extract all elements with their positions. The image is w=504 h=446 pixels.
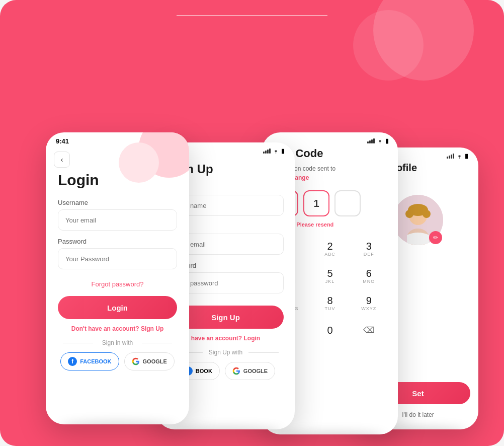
forgot-password-link[interactable]: Forgot password? (58, 280, 177, 288)
status-icons-4: ▮ (447, 153, 468, 160)
signup-prompt: Don't have an account? Sign Up (58, 325, 177, 332)
password-label: Password (58, 238, 177, 245)
num-key-0[interactable]: 0 (311, 317, 349, 343)
otp-box-2[interactable]: 1 (303, 190, 329, 216)
battery-icon-4: ▮ (465, 153, 468, 160)
facebook-label: FACEBOOK (80, 358, 111, 364)
signup-google-label: GOOGLE (243, 368, 268, 374)
status-icons-3: ▮ (367, 137, 389, 144)
num-key-3[interactable]: 3 DEF (350, 236, 388, 262)
username-label: Username (58, 199, 177, 206)
signal-icon-2 (263, 148, 271, 154)
signal-icon-3 (367, 138, 375, 143)
login-content: Login Username Password Forgot password?… (46, 172, 189, 370)
phones-wrapper: 9:41 ▮ ‹ (46, 42, 458, 424)
battery-icon-2: ▮ (281, 147, 285, 155)
wifi-icon-2 (273, 148, 279, 154)
phone-login: 9:41 ▮ ‹ (46, 132, 189, 424)
login-button[interactable]: Login (58, 296, 177, 319)
battery-icon-3: ▮ (385, 137, 389, 144)
signup-google-button[interactable]: GOOGLE (225, 362, 275, 380)
num-key-6[interactable]: 6 MNO (350, 263, 388, 289)
google-label: GOOGLE (143, 358, 167, 364)
back-button[interactable]: ‹ (54, 152, 70, 168)
social-buttons: f FACEBOOK GOOGLE (58, 352, 177, 370)
signin-with-divider: Sign in with (58, 339, 177, 346)
num-key-5[interactable]: 5 JKL (311, 263, 349, 289)
google-button[interactable]: GOOGLE (124, 352, 175, 370)
edit-avatar-icon[interactable]: ✏ (429, 231, 442, 244)
wifi-icon-3 (377, 138, 383, 143)
google-icon (132, 357, 140, 365)
facebook-button[interactable]: f FACEBOOK (60, 352, 119, 370)
svg-point-7 (419, 207, 427, 214)
status-time: 9:41 (56, 137, 69, 145)
svg-point-6 (409, 207, 416, 214)
num-key-9[interactable]: 9 WXYZ (350, 290, 388, 316)
login-title: Login (58, 172, 177, 189)
resend-link[interactable]: Please resend (296, 221, 333, 228)
username-input[interactable] (58, 209, 177, 231)
signup-google-icon (232, 367, 240, 375)
num-key-backspace[interactable]: ⌫ (350, 317, 388, 343)
signup-link[interactable]: Sign Up (141, 325, 163, 332)
num-key-8[interactable]: 8 TUV (311, 290, 349, 316)
top-line-decoration (177, 15, 327, 16)
password-input[interactable] (58, 248, 177, 269)
otp-box-3[interactable] (334, 190, 361, 216)
num-key-2[interactable]: 2 ABC (311, 236, 349, 262)
background: 9:41 ▮ ‹ (0, 0, 504, 446)
signal-icon-4 (447, 154, 454, 159)
avatar-container: ✏ (393, 195, 443, 245)
status-icons-2: ▮ (263, 147, 285, 155)
login-link[interactable]: Login (244, 335, 261, 342)
wifi-icon-4 (456, 154, 463, 159)
facebook-icon: f (68, 357, 77, 366)
